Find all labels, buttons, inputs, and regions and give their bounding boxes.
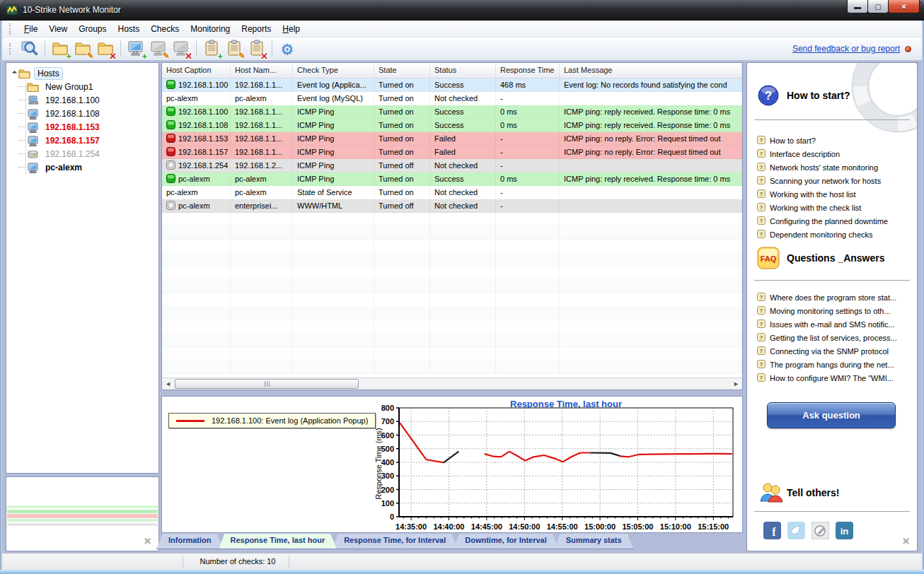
faq-link-how-to-configure-wmi-the-wmi[interactable]: ?How to configure WMI? The "WMI... [757, 371, 914, 385]
horizontal-scrollbar[interactable]: ◄ ► [162, 377, 742, 390]
tab-downtime-for-interval[interactable]: Downtime, for Interval [453, 534, 559, 549]
menu-reports[interactable]: Reports [236, 22, 277, 36]
folder-icon [27, 81, 39, 93]
faq-link-where-does-the-program-store-s[interactable]: ?Where does the program store stat... [757, 291, 914, 304]
title-bar: 10-Strike Network Monitor ▬ ▢ ✕ [0, 0, 924, 20]
tree-item-192-168-1-254[interactable]: 192.168.1.254 [6, 147, 158, 160]
expand-arrow-icon[interactable] [12, 71, 17, 76]
table-row[interactable]: 192.168.1.100192.168.1.1...Event log (Ap… [162, 78, 742, 92]
tab-summary-stats[interactable]: Summary stats [554, 534, 634, 549]
link-label: Working with the host list [770, 190, 855, 199]
tree-item-192-168-1-100[interactable]: 192.168.1.100 [6, 93, 158, 107]
cell-text: Turned on [379, 175, 414, 183]
tree-item-192-168-1-153[interactable]: 192.168.1.153 [6, 120, 158, 134]
column-header-response-time[interactable]: Response Time [496, 63, 560, 78]
link-label: How to start? [770, 136, 816, 145]
facebook-icon[interactable]: f [763, 522, 781, 539]
collapse-panel-icon[interactable]: ✕ [144, 536, 151, 546]
scroll-left-icon[interactable]: ◄ [162, 378, 174, 390]
scrollbar-thumb[interactable] [175, 379, 359, 389]
toolbar-add-check-button[interactable]: + [201, 39, 222, 59]
host-tree-panel: HostsNew Group1192.168.1.100192.168.1.10… [6, 62, 159, 474]
table-empty-row [162, 320, 742, 334]
cell-text: ICMP Ping [297, 148, 334, 156]
social-icons: fin [763, 522, 853, 539]
help-link-scanning-your-network-for-host[interactable]: ?Scanning your network for hosts [757, 174, 914, 187]
linkedin-icon[interactable]: in [836, 522, 853, 539]
column-header-host-caption[interactable]: Host Caption [162, 63, 231, 78]
table-row[interactable]: 192.168.1.157192.168.1.1...ICMP PingTurn… [162, 146, 742, 159]
help-link-working-with-the-host-list[interactable]: ?Working with the host list [757, 187, 914, 201]
column-header-check-type[interactable]: Check Type [293, 63, 374, 78]
del-badge-icon: ✕ [185, 52, 192, 61]
menu-file[interactable]: File [18, 22, 43, 36]
tree-item-new-group1[interactable]: New Group1 [6, 80, 158, 93]
cell-last_message: ICMP ping: no reply. Error: Request time… [560, 146, 742, 158]
maximize-button[interactable]: ▢ [867, 0, 889, 13]
cell-last_message [560, 92, 742, 105]
cell-text: 192.168.1.153 [178, 134, 228, 143]
collapse-panel-icon[interactable]: ✕ [902, 536, 910, 546]
close-button[interactable]: ✕ [888, 0, 920, 13]
column-header-status[interactable]: Status [430, 63, 496, 78]
faq-link-connecting-via-the-snmp-protoc[interactable]: ?Connecting via the SNMP protocol [757, 344, 914, 358]
table-row[interactable]: pc-alexmpc-alexmState of ServiceTurned o… [162, 186, 742, 199]
toolbar-edit-host-button[interactable]: ✎ [148, 39, 169, 59]
help-link-configuring-the-planned-downti[interactable]: ?Configuring the planned downtime [757, 214, 914, 228]
cell-text: 0 ms [500, 175, 517, 183]
toolbar-delete-check-button[interactable]: ✕ [246, 39, 267, 59]
tree-item-192-168-1-157[interactable]: 192.168.1.157 [6, 134, 158, 147]
y-tick-label: 400 [374, 458, 394, 467]
ask-question-button[interactable]: Ask question [767, 402, 896, 428]
feedback-link[interactable]: Send feedback or bug report [792, 44, 900, 54]
table-row[interactable]: 192.168.1.254192.168.1.2...ICMP PingTurn… [162, 159, 742, 172]
toolbar-scan-network-button[interactable] [19, 39, 40, 59]
toolbar-settings-button[interactable]: ⚙ [277, 39, 298, 59]
toolbar-delete-host-button[interactable]: ✕ [171, 39, 192, 59]
blog-icon[interactable] [812, 522, 829, 539]
tab-information[interactable]: Information [156, 534, 224, 549]
menu-help[interactable]: Help [277, 22, 306, 36]
menu-checks[interactable]: Checks [145, 22, 185, 36]
column-header-last-message[interactable]: Last Message [560, 63, 742, 78]
column-header-host-nam[interactable]: Host Nam... [231, 63, 293, 78]
cell-response_time: - [496, 92, 560, 105]
toolbar-edit-group-button[interactable]: ✎ [72, 39, 93, 59]
toolbar-edit-check-button[interactable]: ✎ [224, 39, 245, 59]
y-tick-label: 700 [374, 417, 394, 426]
tree-item-pc-alexm[interactable]: pc-alexm [6, 160, 158, 174]
table-row[interactable]: pc-alexmpc-alexmEvent log (MySQL)Turned … [162, 92, 742, 105]
menu-view[interactable]: View [43, 22, 73, 36]
computer-icon [27, 108, 39, 119]
column-header-state[interactable]: State [374, 63, 430, 78]
tree-item-hosts[interactable]: Hosts [6, 66, 158, 80]
toolbar-delete-group-button[interactable]: ✕ [95, 39, 116, 59]
faq-link-the-program-hangs-during-the-n[interactable]: ?The program hangs during the net... [757, 358, 914, 371]
menu-groups[interactable]: Groups [73, 22, 112, 36]
help-doc-icon: ? [757, 149, 766, 159]
faq-link-moving-monitoring-settings-to-[interactable]: ?Moving monitoring settings to oth... [757, 304, 914, 317]
table-row[interactable]: pc-alexmenterprisei...WWW/HTMLTurned off… [162, 199, 742, 213]
table-row[interactable]: 192.168.1.153192.168.1.1...ICMP PingTurn… [162, 132, 742, 146]
help-link-interface-description[interactable]: ?Interface description [757, 147, 914, 160]
tree-item-192-168-1-108[interactable]: 192.168.1.108 [6, 107, 158, 120]
menu-monitoring[interactable]: Monitoring [185, 22, 236, 36]
tab-response-time-last-hour[interactable]: Response Time, last hour [219, 534, 337, 549]
toolbar-add-group-button[interactable]: + [50, 39, 71, 59]
tab-response-time-for-interval[interactable]: Response Time, for Interval [332, 534, 458, 549]
table-row[interactable]: pc-alexmpc-alexmICMP PingTurned onSucces… [162, 172, 742, 186]
computer-icon [27, 122, 39, 133]
help-link-working-with-the-check-list[interactable]: ?Working with the check list [757, 201, 914, 214]
table-row[interactable]: 192.168.1.100192.168.1.1...ICMP PingTurn… [162, 105, 742, 119]
toolbar-add-host-button[interactable]: + [125, 39, 146, 59]
minimize-button[interactable]: ▬ [847, 0, 868, 13]
faq-link-issues-with-e-mail-and-sms-not[interactable]: ?Issues with e-mail and SMS notific... [757, 317, 914, 331]
twitter-icon[interactable] [787, 522, 805, 539]
table-row[interactable]: 192.168.1.108192.168.1.1...ICMP PingTurn… [162, 119, 742, 132]
faq-link-getting-the-list-of-services-p[interactable]: ?Getting the list of services, process..… [757, 331, 914, 344]
help-link-network-hosts-state-monitoring[interactable]: ?Network hosts' state monitoring [757, 160, 914, 174]
scroll-right-icon[interactable]: ► [730, 378, 742, 390]
help-link-how-to-start[interactable]: ?How to start? [757, 134, 914, 147]
menu-hosts[interactable]: Hosts [112, 22, 146, 36]
help-link-dependent-monitoring-checks[interactable]: ?Dependent monitoring checks [757, 228, 914, 241]
